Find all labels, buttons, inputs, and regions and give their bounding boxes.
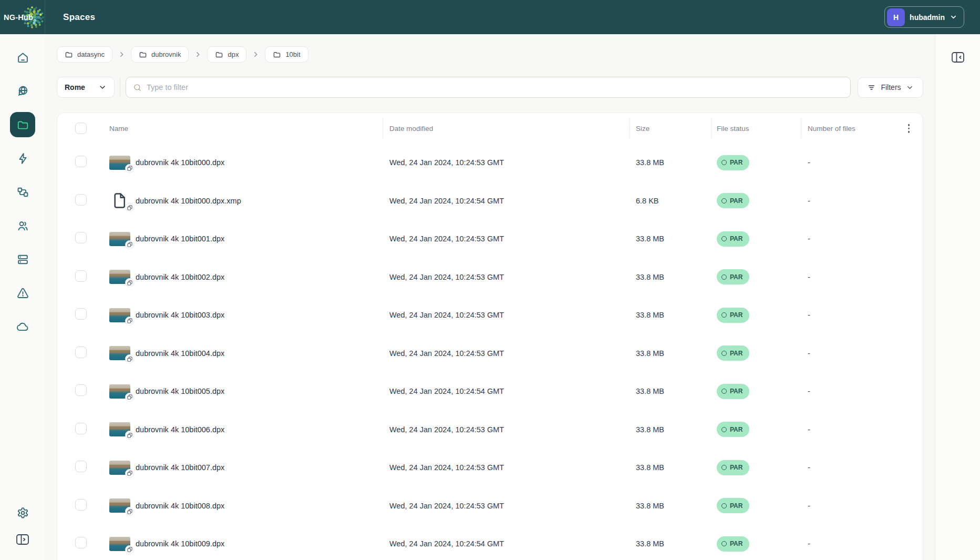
globe-search-icon bbox=[16, 85, 29, 98]
table-row[interactable]: dubrovnik 4k 10bit001.dpxWed, 24 Jan 202… bbox=[57, 220, 923, 258]
filters-button[interactable]: Filters bbox=[858, 77, 923, 98]
table-row[interactable]: dubrovnik 4k 10bit006.dpxWed, 24 Jan 202… bbox=[57, 411, 923, 449]
table-row[interactable]: dubrovnik 4k 10bit009.dpxWed, 24 Jan 202… bbox=[57, 525, 923, 560]
status-badge: PAR bbox=[717, 498, 749, 513]
row-checkbox[interactable] bbox=[75, 537, 87, 548]
column-header-file-status[interactable]: File status bbox=[717, 125, 749, 133]
sidebar-item-globe-search[interactable] bbox=[10, 78, 35, 104]
select-all-checkbox[interactable] bbox=[75, 123, 87, 134]
search-box[interactable] bbox=[126, 77, 851, 98]
breadcrumb-separator bbox=[194, 51, 201, 58]
file-modified: Wed, 24 Jan 2024, 10:24:54 GMT bbox=[383, 539, 630, 548]
sidebar-nav bbox=[10, 45, 35, 348]
column-header-date-modified[interactable]: Date modified bbox=[389, 125, 433, 133]
row-checkbox[interactable] bbox=[75, 423, 87, 434]
chevron-down-icon bbox=[906, 84, 914, 91]
table-options-button[interactable] bbox=[906, 122, 912, 135]
chevron-right-icon bbox=[194, 51, 201, 58]
file-modified: Wed, 24 Jan 2024, 10:24:53 GMT bbox=[383, 463, 630, 472]
breadcrumb-item-dubrovnik[interactable]: dubrovnik bbox=[131, 46, 189, 63]
file-size: 33.8 MB bbox=[630, 387, 711, 395]
row-checkbox[interactable] bbox=[75, 194, 87, 206]
sidebar-item-zap[interactable] bbox=[10, 146, 35, 171]
file-count: - bbox=[801, 273, 923, 281]
chevron-right-icon bbox=[252, 51, 259, 58]
search-input[interactable] bbox=[147, 83, 843, 91]
panel-collapse-icon bbox=[951, 51, 965, 64]
versions-badge-icon bbox=[125, 545, 134, 554]
file-name: dubrovnik 4k 10bit001.dpx bbox=[136, 235, 224, 243]
row-checkbox[interactable] bbox=[75, 232, 87, 243]
status-icon bbox=[721, 198, 727, 203]
right-rail bbox=[935, 34, 980, 560]
file-name: dubrovnik 4k 10bit006.dpx bbox=[136, 425, 224, 434]
panel-collapse-button[interactable] bbox=[951, 50, 965, 65]
versions-badge-icon bbox=[125, 469, 134, 478]
column-header-size[interactable]: Size bbox=[636, 125, 649, 133]
file-size: 33.8 MB bbox=[630, 349, 711, 358]
row-checkbox[interactable] bbox=[75, 499, 87, 511]
file-size: 33.8 MB bbox=[630, 502, 711, 510]
table-row[interactable]: dubrovnik 4k 10bit004.dpxWed, 24 Jan 202… bbox=[57, 334, 923, 373]
row-checkbox[interactable] bbox=[75, 347, 87, 358]
status-icon bbox=[721, 236, 727, 241]
logo-text: NG-Hub bbox=[4, 13, 33, 22]
status-icon bbox=[721, 160, 727, 165]
file-size: 33.8 MB bbox=[630, 311, 711, 319]
status-badge: PAR bbox=[717, 308, 749, 323]
folder-icon bbox=[139, 50, 147, 59]
sidebar-item-workflow[interactable] bbox=[10, 179, 35, 205]
folder-icon bbox=[65, 50, 73, 59]
table-row[interactable]: dubrovnik 4k 10bit008.dpxWed, 24 Jan 202… bbox=[57, 487, 923, 525]
table-row[interactable]: dubrovnik 4k 10bit002.dpxWed, 24 Jan 202… bbox=[57, 258, 923, 297]
table-row[interactable]: dubrovnik 4k 10bit000.dpxWed, 24 Jan 202… bbox=[57, 144, 923, 182]
breadcrumb-item-datasync[interactable]: datasync bbox=[57, 46, 112, 63]
sidebar-item-server[interactable] bbox=[10, 247, 35, 272]
row-checkbox[interactable] bbox=[75, 156, 87, 167]
column-header-number-of-files[interactable]: Number of files bbox=[808, 125, 855, 133]
row-checkbox[interactable] bbox=[75, 384, 87, 396]
status-label: PAR bbox=[730, 426, 742, 433]
breadcrumb-item-dpx[interactable]: dpx bbox=[207, 46, 246, 63]
table-row[interactable]: dubrovnik 4k 10bit007.dpxWed, 24 Jan 202… bbox=[57, 449, 923, 487]
file-icon-wrap bbox=[109, 270, 130, 284]
row-checkbox[interactable] bbox=[75, 308, 87, 320]
sidebar-item-cloud[interactable] bbox=[10, 314, 35, 339]
main-content: datasyncdubrovnikdpx10bit Rome Filters bbox=[45, 34, 935, 560]
cloud-icon bbox=[16, 320, 29, 333]
row-checkbox[interactable] bbox=[75, 461, 87, 472]
sidebar-item-folder[interactable] bbox=[10, 112, 35, 137]
gear-icon bbox=[16, 506, 29, 520]
folder-icon bbox=[215, 50, 223, 59]
status-label: PAR bbox=[730, 540, 742, 547]
table-row[interactable]: dubrovnik 4k 10bit003.dpxWed, 24 Jan 202… bbox=[57, 296, 923, 334]
column-header-name[interactable]: Name bbox=[109, 125, 128, 133]
versions-badge-icon bbox=[125, 317, 134, 325]
sidebar-item-home[interactable] bbox=[10, 45, 35, 70]
file-count: - bbox=[801, 539, 923, 548]
status-label: PAR bbox=[730, 159, 742, 166]
user-menu[interactable]: H hubadmin bbox=[884, 6, 964, 28]
home-icon bbox=[16, 51, 29, 64]
sidebar-item-gear[interactable] bbox=[10, 504, 35, 522]
table-row[interactable]: dubrovnik 4k 10bit005.dpxWed, 24 Jan 202… bbox=[57, 372, 923, 411]
file-name: dubrovnik 4k 10bit004.dpx bbox=[136, 349, 224, 358]
breadcrumb-item-10bit[interactable]: 10bit bbox=[265, 46, 308, 63]
file-icon-wrap bbox=[109, 232, 130, 246]
sidebar-item-users[interactable] bbox=[10, 213, 35, 238]
file-modified: Wed, 24 Jan 2024, 10:24:53 GMT bbox=[383, 349, 630, 358]
versions-badge-icon bbox=[125, 164, 134, 173]
versions-badge-icon bbox=[125, 278, 134, 287]
file-name: dubrovnik 4k 10bit003.dpx bbox=[136, 311, 224, 319]
status-badge: PAR bbox=[717, 384, 749, 399]
file-icon-wrap bbox=[109, 537, 130, 551]
sidebar-item-alert-triangle[interactable] bbox=[10, 280, 35, 306]
breadcrumb: datasyncdubrovnikdpx10bit bbox=[57, 46, 923, 63]
table-row[interactable]: dubrovnik 4k 10bit000.dpx.xmpWed, 24 Jan… bbox=[57, 182, 923, 220]
user-name: hubadmin bbox=[910, 13, 945, 22]
sidebar-item-panel-expand[interactable] bbox=[10, 531, 35, 548]
space-selector[interactable]: Rome bbox=[57, 77, 115, 98]
chevron-right-icon bbox=[118, 51, 125, 58]
row-checkbox[interactable] bbox=[75, 270, 87, 282]
file-icon-wrap bbox=[109, 156, 130, 170]
